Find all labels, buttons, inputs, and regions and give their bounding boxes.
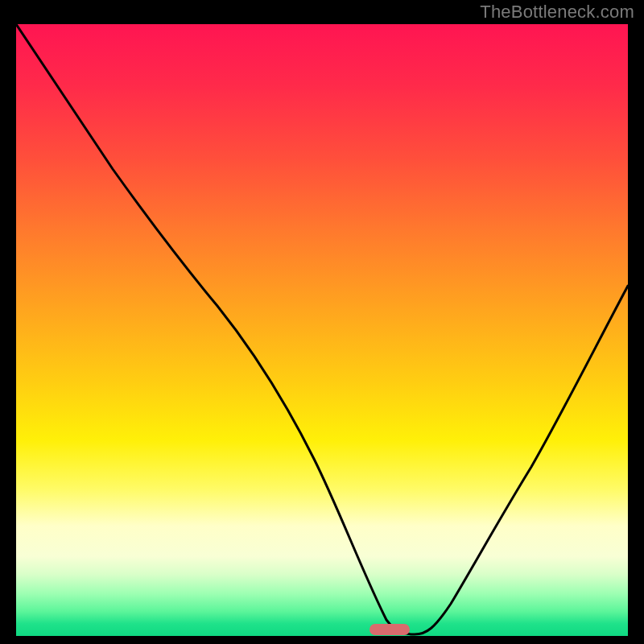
min-marker-pill xyxy=(369,624,410,635)
plot-frame xyxy=(16,24,628,636)
watermark-label: TheBottleneck.com xyxy=(480,2,634,23)
chart-container: TheBottleneck.com xyxy=(0,0,644,644)
curve-layer xyxy=(16,24,628,636)
bottleneck-curve-path xyxy=(16,24,628,634)
